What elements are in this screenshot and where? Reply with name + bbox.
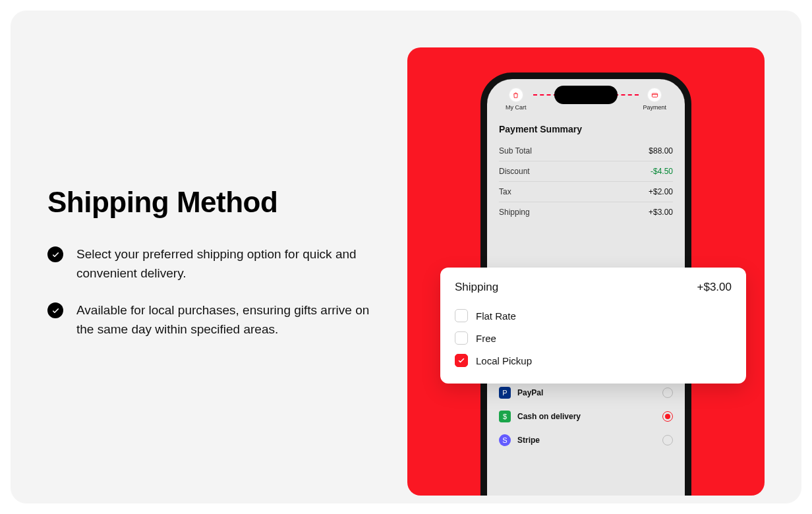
summary-label: Shipping <box>499 208 530 217</box>
summary-label: Tax <box>499 187 511 196</box>
summary-row: Discount-$4.50 <box>499 161 673 182</box>
payment-icon: S <box>499 434 511 446</box>
checkbox[interactable] <box>455 309 468 322</box>
radio-button[interactable] <box>662 435 673 445</box>
svg-rect-0 <box>652 93 657 97</box>
step-label: Payment <box>643 104 666 111</box>
payment-option[interactable]: SStripe <box>499 428 673 452</box>
section-title: Payment Summary <box>499 124 673 134</box>
payment-label: PayPal <box>517 388 656 397</box>
left-content: Shipping Method Select your preferred sh… <box>47 186 390 357</box>
summary-row: Sub Total$88.00 <box>499 141 673 161</box>
payment-option[interactable]: $Cash on delivery <box>499 405 673 428</box>
shipping-card-title: Shipping <box>455 281 498 294</box>
payment-label: Cash on delivery <box>517 412 656 421</box>
shipping-option-label: Free <box>476 333 496 344</box>
card-icon <box>648 88 661 101</box>
summary-row: Tax+$2.00 <box>499 182 673 202</box>
step-payment[interactable]: Payment <box>643 88 666 111</box>
summary-value: +$2.00 <box>649 187 673 196</box>
summary-value: +$3.00 <box>649 208 673 217</box>
check-circle-icon <box>47 302 63 318</box>
checkbox[interactable] <box>455 331 468 345</box>
payment-summary: Payment Summary Sub Total$88.00Discount-… <box>487 115 685 226</box>
summary-label: Discount <box>499 167 530 176</box>
bullet-text: Available for local purchases, ensuring … <box>76 301 380 339</box>
payment-label: Stripe <box>517 436 656 445</box>
check-circle-icon <box>47 246 63 262</box>
shipping-option[interactable]: Flat Rate <box>455 304 732 327</box>
summary-label: Sub Total <box>499 146 532 156</box>
bag-icon <box>509 88 523 101</box>
checkbox[interactable] <box>455 354 468 367</box>
page-title: Shipping Method <box>47 186 390 219</box>
shipping-option-label: Local Pickup <box>476 355 532 366</box>
radio-button[interactable] <box>662 387 673 398</box>
preview-panel: My Cart Payment Payment Summary Sub Tota… <box>407 47 765 496</box>
payment-icon: P <box>499 387 511 399</box>
summary-row: Shipping+$3.00 <box>499 202 673 222</box>
radio-button[interactable] <box>662 411 673 422</box>
canvas: Shipping Method Select your preferred sh… <box>11 11 801 503</box>
shipping-card-amount: +$3.00 <box>697 281 732 294</box>
shipping-option[interactable]: Free <box>455 327 732 349</box>
payment-icon: $ <box>499 411 511 422</box>
step-my-cart[interactable]: My Cart <box>506 88 527 111</box>
dynamic-island <box>554 86 618 104</box>
bullet-item: Available for local purchases, ensuring … <box>47 301 390 339</box>
bullet-text: Select your preferred shipping option fo… <box>76 245 380 283</box>
step-label: My Cart <box>506 104 527 111</box>
summary-value: -$4.50 <box>651 167 673 176</box>
summary-value: $88.00 <box>649 146 673 156</box>
shipping-card: Shipping +$3.00 Flat RateFreeLocal Picku… <box>440 268 746 384</box>
payment-option[interactable]: PPayPal <box>499 381 673 405</box>
bullet-item: Select your preferred shipping option fo… <box>47 245 390 283</box>
shipping-option[interactable]: Local Pickup <box>455 349 732 372</box>
shipping-card-header: Shipping +$3.00 <box>455 281 732 294</box>
shipping-option-label: Flat Rate <box>476 310 516 322</box>
